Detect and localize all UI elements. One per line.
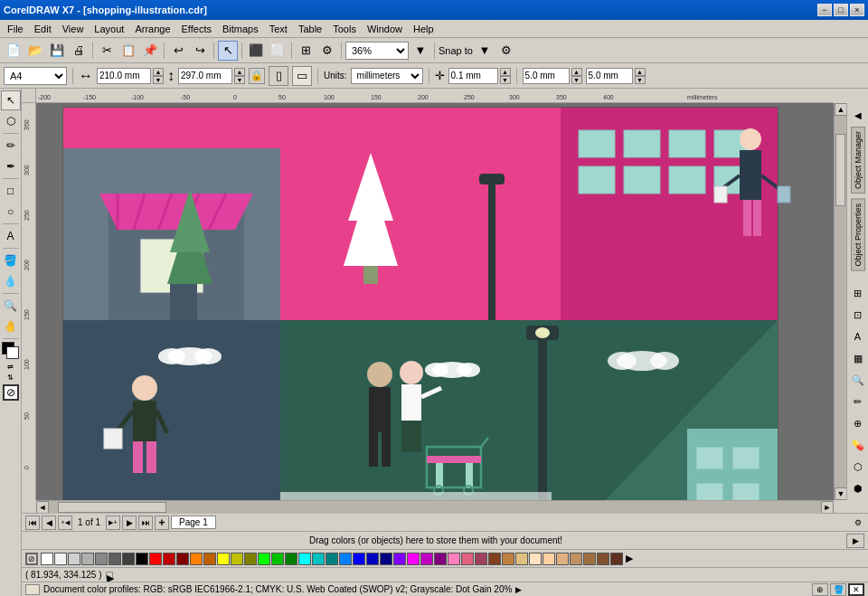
landscape-button[interactable]: ▭ [292,66,312,86]
palette-color-14[interactable] [231,553,243,565]
units-combo[interactable]: millimetersinchespixels [351,68,423,84]
object-manager-tab[interactable]: Object Manager [851,127,865,194]
page-size-combo[interactable]: A4LetterA3 [4,67,67,85]
right-tool-7[interactable]: ⊕ [848,413,868,433]
hscroll-left-button[interactable]: ◄ [36,501,49,514]
menu-file[interactable]: File [2,23,29,35]
redo-button[interactable]: ↪ [190,41,210,61]
offset-x-input[interactable] [523,68,570,84]
hand-tool[interactable]: 🤚 [1,317,21,336]
palette-color-20[interactable] [312,553,325,565]
page1-tab[interactable]: Page 1 [171,516,216,529]
zoom-tool[interactable]: 🔍 [1,296,21,316]
palette-color-3[interactable] [81,553,94,565]
palette-color-25[interactable] [380,553,392,565]
snap-settings[interactable]: ⚙ [496,41,516,61]
palette-color-27[interactable] [407,553,420,565]
palette-color-28[interactable] [420,553,433,565]
fill-color-box[interactable] [6,346,19,359]
ellipse-tool[interactable]: ○ [1,202,21,222]
import-button[interactable]: ⬛ [246,41,266,61]
palette-color-40[interactable] [583,553,596,565]
new-button[interactable]: 📄 [4,41,24,61]
offset-y-down[interactable]: ▼ [635,76,646,84]
nudge-down[interactable]: ▼ [500,76,511,84]
color-profile-icon[interactable] [25,584,40,595]
height-down[interactable]: ▼ [234,76,245,84]
status-icon-3[interactable]: ✕ [848,583,864,596]
close-button[interactable]: × [850,4,864,16]
width-down[interactable]: ▼ [153,76,164,84]
palette-color-30[interactable] [448,553,460,565]
offset-y-up[interactable]: ▲ [635,68,646,76]
palette-color-33[interactable] [488,553,501,565]
menu-arrange[interactable]: Arrange [129,23,175,35]
fill-tool[interactable]: 🪣 [1,251,21,270]
new-page-right-button[interactable]: ▶+ [106,516,120,530]
palette-color-29[interactable] [434,553,447,565]
new-page-left-button[interactable]: +◀ [58,516,72,530]
snap-dropdown[interactable]: ▼ [475,41,495,61]
right-tool-2[interactable]: ⊡ [848,305,868,325]
right-tool-5[interactable]: 🔍 [848,370,868,390]
palette-color-8[interactable] [149,553,162,565]
options-button[interactable]: ⚙ [317,41,337,61]
no-fill-box[interactable]: ⊘ [3,384,19,401]
width-up[interactable]: ▲ [153,68,164,76]
right-tool-3[interactable]: A [848,326,868,346]
print-button[interactable]: 🖨 [69,41,89,61]
portrait-button[interactable]: ▯ [269,66,288,86]
vscroll-up-button[interactable]: ▲ [835,103,847,116]
palette-color-38[interactable] [556,553,569,565]
add-page-button[interactable]: + [155,516,169,530]
select-tool[interactable]: ↖ [1,90,21,110]
lock-aspect-button[interactable]: 🔒 [249,68,265,84]
save-button[interactable]: 💾 [47,41,67,61]
palette-color-26[interactable] [393,553,406,565]
transform-button[interactable]: ⊞ [296,41,316,61]
color-profile-arrow[interactable]: ▶ [515,585,522,594]
palette-color-22[interactable] [339,553,352,565]
rectangle-tool[interactable]: □ [1,181,21,201]
copy-button[interactable]: 📋 [118,41,138,61]
palette-color-19[interactable] [298,553,311,565]
eyedropper-tool[interactable]: 💧 [1,271,21,291]
palette-color-2[interactable] [68,553,80,565]
palette-color-42[interactable] [610,553,623,565]
offset-x-down[interactable]: ▼ [571,76,582,84]
palette-color-17[interactable] [271,553,284,565]
docker-arrow[interactable]: ◀ [848,105,868,125]
right-tool-10[interactable]: ⬢ [848,478,868,498]
right-tool-4[interactable]: ▦ [848,348,868,368]
hscroll-thumb[interactable] [58,502,166,513]
menu-tools[interactable]: Tools [327,23,362,35]
swap-colors-button[interactable]: ⇄⇅ [7,362,14,383]
minimize-button[interactable]: − [817,4,832,16]
palette-color-23[interactable] [353,553,365,565]
paste-button[interactable]: 📌 [140,41,160,61]
menu-view[interactable]: View [57,23,90,35]
palette-color-39[interactable] [570,553,582,565]
palette-scroll-right[interactable]: ▶ [626,553,633,564]
zoom-combo[interactable]: 36%50%75%100% [345,42,409,60]
menu-text[interactable]: Text [264,23,293,35]
export-button[interactable]: ⬜ [268,41,288,61]
shape-tool[interactable]: ⬡ [1,111,21,131]
drawing-canvas[interactable] [36,103,796,500]
cut-button[interactable]: ✂ [97,41,117,61]
object-properties-tab[interactable]: Object Properties [851,199,865,271]
offset-y-input[interactable] [586,68,633,84]
palette-color-12[interactable] [203,553,216,565]
vscroll-down-button[interactable]: ▼ [835,487,847,500]
undo-button[interactable]: ↩ [168,41,188,61]
palette-color-34[interactable] [502,553,514,565]
palette-color-16[interactable] [258,553,270,565]
offset-x-up[interactable]: ▲ [571,68,582,76]
palette-color-21[interactable] [326,553,338,565]
menu-edit[interactable]: Edit [29,23,57,35]
zoom-dropdown[interactable]: ▼ [410,41,430,61]
palette-color-13[interactable] [217,553,230,565]
menu-window[interactable]: Window [362,23,408,35]
palette-color-24[interactable] [366,553,379,565]
hscroll-right-button[interactable]: ► [821,501,834,514]
